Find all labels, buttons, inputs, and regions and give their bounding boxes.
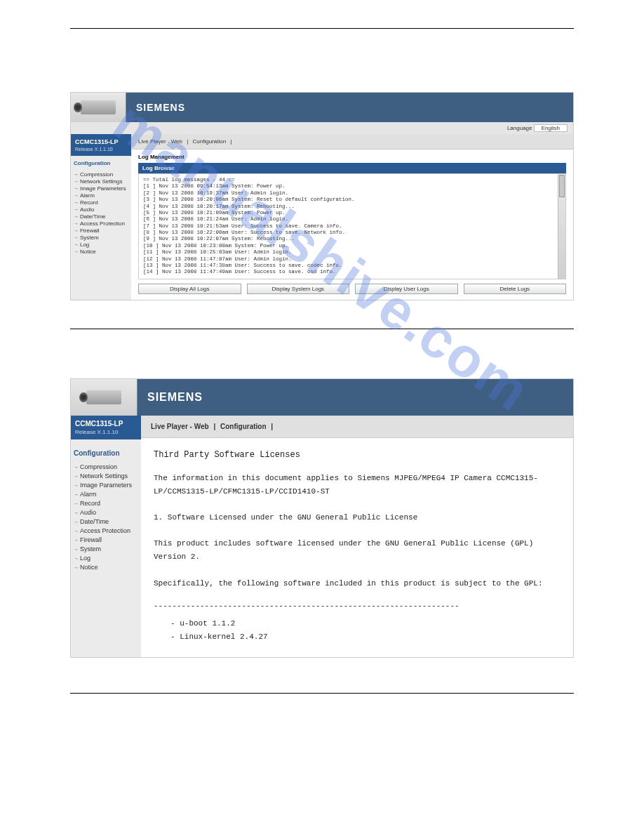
tab-sep: | <box>187 138 188 145</box>
sidebar-item-compression[interactable]: Compression <box>74 463 138 470</box>
sidebar-item-access[interactable]: Access Protection <box>74 220 128 227</box>
page-title: Log Management <box>131 150 573 163</box>
tab-configuration[interactable]: Configuration <box>193 138 227 145</box>
sidebar-item-network[interactable]: Network Settings <box>74 178 128 185</box>
config-heading: Configuration <box>71 156 131 168</box>
bottom-rule <box>70 693 574 694</box>
notice-item1: - u-boot 1.1.2 <box>170 617 561 630</box>
manual-page: SIEMENS Language English CCMC1315-LP Rel… <box>0 0 644 750</box>
notice-content: Third Party Software Licenses The inform… <box>141 438 573 658</box>
log-viewer: == Total log messages - 44 == [1 ] Nov 1… <box>138 173 566 279</box>
language-label: Language <box>507 125 532 131</box>
display-all-logs-button[interactable]: Display All Logs <box>138 284 241 294</box>
sidebar-item-log[interactable]: Log <box>74 241 128 248</box>
notice-p3: Specifically, the following software inc… <box>154 577 561 590</box>
screenshot-notice: SIEMENS CCMC1315-LP Release X.1.1.10 Con… <box>70 378 574 658</box>
notice-p2: This product includes software licensed … <box>154 537 561 563</box>
sidebar: CCMC1315-LP Release X.1.1.10 Configurati… <box>71 134 131 300</box>
tab-liveplayer[interactable]: Live Player - Web <box>151 423 209 430</box>
sidebar-item-system[interactable]: System <box>74 234 128 241</box>
notice-title: Third Party Software Licenses <box>154 448 561 462</box>
log-browse-header: Log Browse <box>138 163 566 173</box>
log-line: [11 ] Nov 13 2008 10:25:03am User: Admin… <box>143 249 556 256</box>
sidebar-item-notice[interactable]: Notice <box>74 249 128 255</box>
model-label: CCMC1315-LP <box>71 134 131 147</box>
sidebar-item-log[interactable]: Log <box>74 555 138 562</box>
sidebar-item-access[interactable]: Access Protection <box>74 527 138 534</box>
notice-divider: ----------------------------------------… <box>154 600 561 613</box>
tab-sep2: | <box>271 423 273 430</box>
tab-sep: | <box>213 423 215 430</box>
brand-label: SIEMENS <box>126 93 573 122</box>
sidebar-item-notice[interactable]: Notice <box>74 564 138 571</box>
log-line: [14 ] Nov 13 2008 11:47:49am User: Succe… <box>143 269 556 275</box>
sidebar-item-datetime[interactable]: Date/Time <box>74 213 128 220</box>
sidebar-item-alarm[interactable]: Alarm <box>74 192 128 199</box>
main-panel: Live Player - Web | Configuration | Thir… <box>141 416 573 658</box>
notice-li1: 1. Software Licensed under the GNU Gener… <box>154 511 561 524</box>
log-line: [7 ] Nov 13 2008 10:21:53am User: Succes… <box>143 223 556 230</box>
display-user-logs-button[interactable]: Display User Logs <box>355 284 458 294</box>
log-line: [2 ] Nov 13 2008 10:19:37am User: Admin … <box>143 190 556 197</box>
log-line: [1 ] Nov 13 2008 09:54:13am System: Powe… <box>143 183 556 190</box>
language-select[interactable]: English <box>534 124 568 132</box>
sidebar-item-audio[interactable]: Audio <box>74 509 138 516</box>
brand-label: SIEMENS <box>137 379 573 416</box>
log-line: [10 ] Nov 13 2008 10:23:00am System: Pow… <box>143 243 556 249</box>
log-line: [6 ] Nov 13 2008 10:21:24am User: Admin … <box>143 216 556 223</box>
log-line: [5 ] Nov 13 2008 10:21:09am System: Powe… <box>143 210 556 216</box>
language-bar: Language English <box>71 122 573 134</box>
sidebar-item-system[interactable]: System <box>74 545 138 552</box>
main-panel: Live Player - Web | Configuration | Log … <box>131 134 573 300</box>
log-line: [8 ] Nov 13 2008 10:22:00am User: Succes… <box>143 230 556 236</box>
app-header: SIEMENS <box>71 93 573 122</box>
notice-p1: The information in this document applies… <box>154 472 561 498</box>
mid-rule <box>70 329 574 329</box>
camera-thumbnail <box>71 93 126 122</box>
log-line: [3 ] Nov 13 2008 10:20:06am System: Rese… <box>143 197 556 203</box>
sidebar-item-compression[interactable]: Compression <box>74 171 128 178</box>
camera-thumbnail <box>71 379 137 416</box>
tab-liveplayer[interactable]: Live Player - Web <box>138 138 182 145</box>
scrollbar[interactable] <box>558 174 565 279</box>
sidebar-item-network[interactable]: Network Settings <box>74 472 138 479</box>
screenshot-log: SIEMENS Language English CCMC1315-LP Rel… <box>70 92 574 300</box>
tab-configuration[interactable]: Configuration <box>220 423 267 430</box>
log-line: [9 ] Nov 13 2008 10:22:07am System: Rebo… <box>143 236 556 242</box>
log-line: [13 ] Nov 13 2008 11:47:38am User: Succe… <box>143 263 556 269</box>
sidebar-item-alarm[interactable]: Alarm <box>74 491 138 498</box>
delete-logs-button[interactable]: Delete Logs <box>464 284 567 294</box>
release-label: Release X.1.1.10 <box>71 147 131 156</box>
app-header: SIEMENS <box>71 379 573 416</box>
log-line: [4 ] Nov 13 2008 10:20:17am System: Rebo… <box>143 204 556 210</box>
sidebar-item-record[interactable]: Record <box>74 500 138 507</box>
tab-bar: Live Player - Web | Configuration | <box>141 416 573 438</box>
notice-item2: - Linux-kernel 2.4.27 <box>170 630 561 644</box>
display-system-logs-button[interactable]: Display System Logs <box>247 284 350 294</box>
sidebar: CCMC1315-LP Release X.1.1.10 Configurati… <box>71 416 141 658</box>
log-buttons: Display All Logs Display System Logs Dis… <box>131 279 573 300</box>
log-line: == Total log messages - 44 == <box>143 177 556 183</box>
top-rule <box>70 28 574 29</box>
sidebar-item-record[interactable]: Record <box>74 199 128 206</box>
sidebar-item-image[interactable]: Image Parameters <box>74 185 128 192</box>
log-lines: == Total log messages - 44 == [1 ] Nov 1… <box>139 174 565 279</box>
sidebar-item-firewall[interactable]: Firewall <box>74 227 128 234</box>
log-line: [12 ] Nov 13 2008 11:47:07am User: Admin… <box>143 256 556 263</box>
sidebar-item-image[interactable]: Image Parameters <box>74 482 138 489</box>
tab-sep2: | <box>230 138 232 145</box>
config-heading: Configuration <box>71 439 141 458</box>
release-label: Release X.1.1.10 <box>71 429 141 439</box>
model-label: CCMC1315-LP <box>71 416 141 429</box>
tab-bar: Live Player - Web | Configuration | <box>131 134 573 150</box>
sidebar-item-firewall[interactable]: Firewall <box>74 536 138 543</box>
sidebar-item-datetime[interactable]: Date/Time <box>74 518 138 525</box>
sidebar-item-audio[interactable]: Audio <box>74 206 128 213</box>
